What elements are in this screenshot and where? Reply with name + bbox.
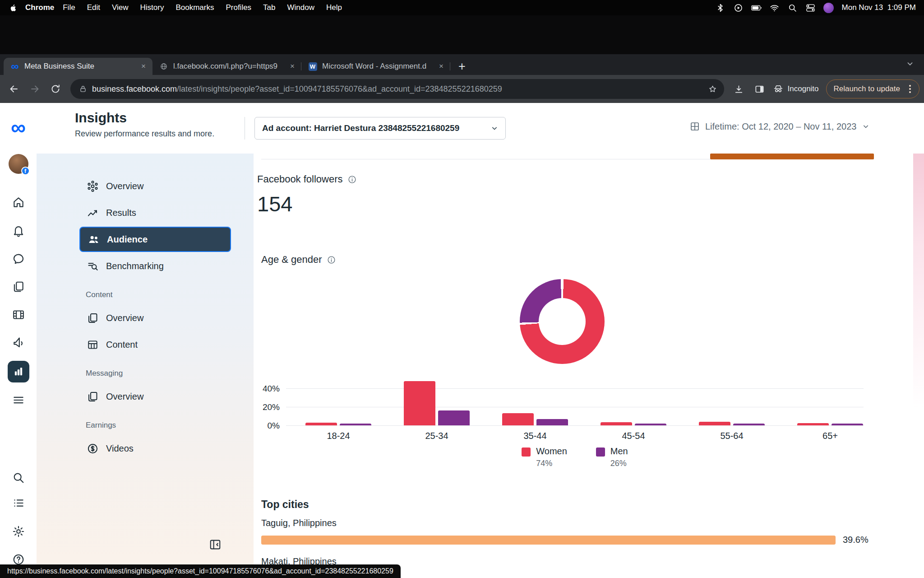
facebook-followers-text: Facebook followers <box>257 173 343 185</box>
side-panel-icon[interactable] <box>750 79 769 98</box>
home-icon[interactable] <box>12 196 25 209</box>
notifications-bell-icon[interactable] <box>12 224 25 238</box>
back-button[interactable] <box>5 79 23 98</box>
menu-edit[interactable]: Edit <box>81 3 106 12</box>
chrome-tabstrip: ∞Meta Business Suite×l.facebook.com/l.ph… <box>0 54 924 75</box>
menu-bookmarks[interactable]: Bookmarks <box>170 3 220 12</box>
gridline <box>286 425 864 426</box>
bar-65-women <box>797 423 829 425</box>
info-icon[interactable] <box>327 255 336 265</box>
date-range-selector[interactable]: Lifetime: Oct 12, 2020 – Nov 11, 2023 <box>689 121 870 132</box>
address-bar[interactable]: business.facebook.com/latest/insights/pe… <box>70 79 724 99</box>
sidebar-section-messaging: Messaging <box>86 369 254 378</box>
apple-menu-icon[interactable] <box>8 3 18 13</box>
menu-file[interactable]: File <box>57 3 81 12</box>
tab-list: ∞Meta Business Suite×l.facebook.com/l.ph… <box>4 58 450 75</box>
lock-icon[interactable] <box>79 84 88 93</box>
ad-account-dropdown[interactable]: Ad account: Harriet Destura 238482552216… <box>254 117 506 140</box>
settings-gear-icon[interactable] <box>12 525 25 538</box>
downloads-icon[interactable] <box>730 79 748 98</box>
menu-profiles[interactable]: Profiles <box>220 3 257 12</box>
sidebar-item-audience[interactable]: Audience <box>79 227 231 252</box>
sidebar-item-content[interactable]: Content <box>79 332 231 357</box>
menu-view[interactable]: View <box>106 3 134 12</box>
city-bar-row: 39.6% <box>261 535 875 545</box>
men-swatch <box>596 447 605 457</box>
menu-history[interactable]: History <box>134 3 170 12</box>
incognito-icon <box>773 84 784 94</box>
city-name-taguig-philippines: Taguig, Philippines <box>261 517 875 528</box>
insights-header: Insights Review performance results and … <box>37 103 924 154</box>
profile-icon[interactable] <box>823 3 834 13</box>
meta-logo[interactable]: ∞ <box>11 117 26 138</box>
status-url-tooltip: https://business.facebook.com/latest/ins… <box>0 564 401 578</box>
profile-avatar[interactable]: f <box>9 154 28 174</box>
search-icon[interactable] <box>12 471 25 485</box>
sidebar-section-content: Content <box>86 290 254 299</box>
sidebar-item-overview[interactable]: Overview <box>79 305 231 331</box>
relaunch-to-update-button[interactable]: Relaunch to update <box>826 79 919 98</box>
sidebar-item-videos[interactable]: Videos <box>79 436 231 461</box>
sidebar-item-overview[interactable]: Overview <box>79 384 231 409</box>
bar-25-34-women <box>404 381 435 425</box>
legend-text: Women74% <box>536 446 567 468</box>
sidebar-item-results[interactable]: Results <box>79 200 231 225</box>
sidebar-item-label: Audience <box>107 234 148 245</box>
play-icon[interactable] <box>733 3 744 13</box>
city-bar-fill <box>261 536 836 545</box>
control-center-icon[interactable] <box>805 3 816 13</box>
header-divider <box>245 117 245 140</box>
tab-title: Microsoft Word - Assignment.d <box>322 62 431 71</box>
all-tools-hamburger-icon[interactable] <box>12 394 25 407</box>
tab-close-icon[interactable]: × <box>138 61 149 72</box>
active-app-name[interactable]: Chrome <box>25 3 54 12</box>
tab-search-chevron-icon[interactable] <box>905 59 917 70</box>
age-gender-label: Age & gender <box>261 254 336 266</box>
menu-tab[interactable]: Tab <box>257 3 281 12</box>
info-icon[interactable] <box>347 175 357 184</box>
menubar-status <box>715 3 834 13</box>
insights-nav-active[interactable] <box>8 361 29 382</box>
age-gender-text: Age & gender <box>261 254 322 266</box>
left-rail: ∞ f <box>0 103 37 578</box>
new-tab-button[interactable]: + <box>454 58 470 75</box>
women-swatch <box>522 447 531 457</box>
reload-button[interactable] <box>46 79 65 98</box>
category-label-25-34: 25-34 <box>410 431 464 441</box>
tab-close-icon[interactable]: × <box>436 61 447 72</box>
battery-icon[interactable] <box>751 3 762 13</box>
tab-close-icon[interactable]: × <box>287 61 298 72</box>
url-path: /latest/insights/people?asset_id=1009471… <box>177 84 502 93</box>
forward-button[interactable] <box>25 79 44 98</box>
menu-window[interactable]: Window <box>282 3 320 12</box>
gridline <box>286 388 864 389</box>
sidebar-item-benchmarking[interactable]: Benchmarking <box>79 253 231 279</box>
tab-title: Meta Business Suite <box>24 62 134 71</box>
avatar: f <box>9 154 28 174</box>
tab-microsoft-word-assignment-d[interactable]: WMicrosoft Word - Assignment.d× <box>301 58 450 75</box>
tab-l-facebook-com-l-php-u-https9[interactable]: l.facebook.com/l.php?u=https9× <box>152 58 301 75</box>
inbox-chat-icon[interactable] <box>12 252 25 266</box>
tasks-list-icon[interactable] <box>12 497 25 510</box>
search-icon[interactable] <box>787 3 798 13</box>
sidebar-item-overview[interactable]: Overview <box>79 173 231 199</box>
collapse-sidebar-button[interactable] <box>208 538 224 553</box>
bluetooth-icon[interactable] <box>715 3 726 13</box>
content-pages-icon[interactable] <box>12 280 25 294</box>
browser-menu-kebab-icon[interactable] <box>909 88 911 90</box>
planner-film-icon[interactable] <box>12 308 25 322</box>
bookmark-star-icon[interactable] <box>704 80 721 98</box>
menubar-clock[interactable]: Mon Nov 13 1:09 PM <box>842 3 916 12</box>
ads-megaphone-icon[interactable] <box>12 337 25 350</box>
tab-meta-business-suite[interactable]: ∞Meta Business Suite× <box>4 58 152 75</box>
audience-main-content: Facebook followers 154 Age & gender 40%2… <box>254 154 924 578</box>
globe-icon <box>159 61 169 71</box>
macos-menubar: Chrome FileEditViewHistoryBookmarksProfi… <box>0 0 924 15</box>
wifi-icon[interactable] <box>769 3 780 13</box>
menu-help[interactable]: Help <box>320 3 348 12</box>
decorative-gradient <box>913 154 924 578</box>
word-icon: W <box>308 61 318 71</box>
page-subtitle: Review performance results and more. <box>75 129 214 139</box>
chart-legend: Women74%Men26% <box>286 446 864 468</box>
facebook-badge-icon: f <box>21 167 30 175</box>
